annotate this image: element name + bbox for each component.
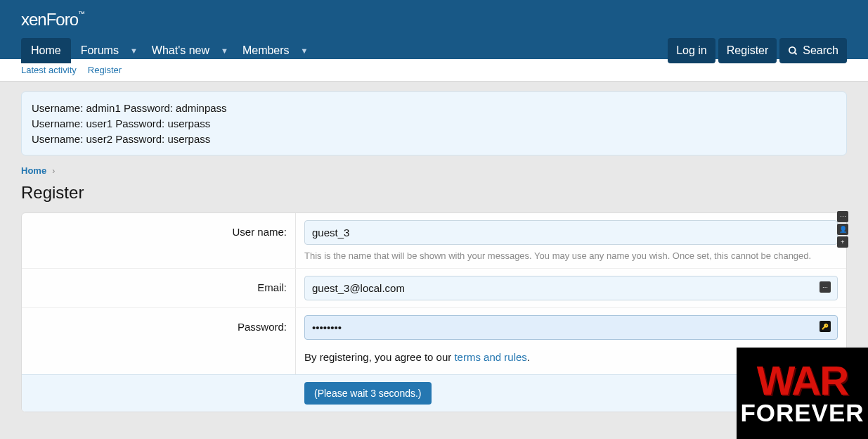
search-button[interactable]: Search [779,38,847,63]
terms-link[interactable]: terms and rules [454,351,526,363]
banner-line1: WAR [757,362,848,399]
ad-banner[interactable]: WAR FOREVER [737,348,868,439]
nav-members[interactable]: Members [233,38,299,63]
register-form: User name: This is the name that will be… [21,212,847,412]
browser-autofill-icons: ⋯ 👤 + [837,211,848,248]
logo[interactable]: xenForo™ [0,0,868,30]
username-help: This is the name that will be shown with… [304,250,838,261]
chevron-down-icon[interactable]: ▼ [129,46,142,55]
notice-line: Username: user1 Password: userpass [32,116,836,132]
username-input[interactable] [304,220,838,245]
password-label: Password: [22,308,296,374]
notice-line: Username: admin1 Password: adminpass [32,101,836,116]
email-label: Email: [22,269,296,307]
plus-icon[interactable]: + [837,236,848,248]
autofill-icon[interactable]: ⋯ [820,281,831,293]
banner-line2: FOREVER [740,402,864,424]
user-icon[interactable]: 👤 [837,224,848,235]
svg-line-1 [795,52,797,54]
notice-box: Username: admin1 Password: adminpass Use… [21,91,847,155]
submit-button[interactable]: (Please wait 3 seconds.) [304,382,432,405]
svg-point-0 [789,46,796,53]
nav-forums[interactable]: Forums [71,38,129,63]
key-icon[interactable]: 🔑 [820,321,831,332]
header: xenForo™ Home Forums ▼ What's new ▼ Memb… [0,0,868,59]
chevron-down-icon[interactable]: ▼ [299,46,313,55]
register-button[interactable]: Register [718,38,777,63]
search-icon [788,46,798,56]
login-button[interactable]: Log in [668,38,715,63]
breadcrumb-home[interactable]: Home [21,165,46,176]
subnav-register[interactable]: Register [88,65,122,75]
page-title: Register [21,183,847,203]
subnav-latest-activity[interactable]: Latest activity [21,65,77,75]
email-input[interactable] [304,276,838,300]
notice-line: Username: user2 Password: userpass [32,132,836,147]
chevron-down-icon[interactable]: ▼ [219,46,233,55]
username-label: User name: [22,213,296,268]
nav-whatsnew[interactable]: What's new [142,38,219,63]
nav-home[interactable]: Home [21,38,71,63]
password-input[interactable] [304,315,838,340]
chevron-right-icon: › [52,166,55,176]
breadcrumb: Home › [21,165,847,176]
autofill-icon[interactable]: ⋯ [837,211,848,222]
